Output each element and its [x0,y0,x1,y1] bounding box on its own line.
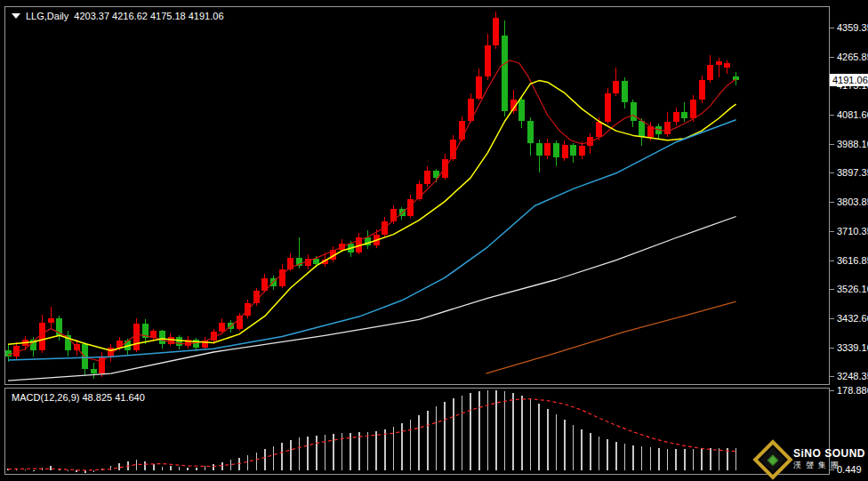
price-axis-label: 3248.35 [837,371,868,381]
candlestick-chart[interactable] [5,7,828,383]
macd-histogram-bar [693,449,695,470]
macd-histogram-bar [547,409,549,469]
candle-body [631,102,637,121]
macd-histogram-bar [462,396,463,470]
candle-body [313,259,319,264]
macd-histogram-bar [213,464,214,470]
candle-body [553,143,559,157]
candle-body [502,36,508,111]
candle-body [176,337,182,346]
candle-body [596,122,602,138]
macd-histogram-bar [590,433,591,469]
macd-histogram-bar [153,464,155,470]
macd-histogram-bar [641,446,643,469]
candle-body [459,121,465,140]
macd-histogram-bar [333,434,334,469]
macd-histogram-bar [401,423,403,469]
macd-histogram-bar [556,414,558,469]
axis-tick [830,261,834,261]
macd-histogram-bar [504,391,506,470]
axis-tick [830,57,834,58]
candle-body [579,146,585,156]
macd-histogram-bar [264,449,266,470]
price-axis-label: 3526.10 [837,284,868,294]
macd-histogram-bar [521,396,523,469]
macd-histogram-bar [675,449,677,470]
candle-body [424,171,430,184]
macd-histogram-bar [470,393,471,470]
price-axis-label: 3897.35 [837,167,868,178]
candle-body [527,121,534,143]
symbol-header: LLG,Daily 4203.37 4216.62 4175.18 4191.0… [12,11,224,21]
macd-histogram-bar [538,404,540,469]
candle-body [117,341,123,348]
price-axis-label: 4265.85 [837,52,868,62]
macd-header: MACD(12,26,9) 48.825 41.640 [12,392,145,403]
macd-histogram-bar [375,431,377,469]
macd-axis-label: 178.886 [837,385,868,396]
candle-body [605,93,611,122]
axis-tick [830,231,834,232]
macd-histogram-bar [418,415,420,469]
macd-histogram-bar [50,466,52,470]
price-axis-label: 4081.60 [837,109,868,120]
macd-histogram-bar [512,393,514,470]
macd-histogram-bar [478,391,480,470]
candle-body [476,76,482,99]
price-axis-label: 3339.10 [837,342,868,353]
macd-histogram-bar [144,461,146,470]
macd-histogram-bar [93,470,95,472]
price-axis-label: 3988.10 [837,139,868,149]
macd-histogram-bar [179,467,181,470]
candle-body [536,143,542,156]
macd-histogram-bar [230,460,232,470]
candle-body [544,143,551,156]
watermark-subtitle: 漢聲集團 [793,461,865,470]
macd-histogram-bar [735,448,737,470]
candle-body [570,145,576,156]
macd-histogram-bar [667,449,669,470]
macd-histogram-bar [599,437,600,469]
axis-tick [830,289,834,290]
macd-histogram-bar [290,440,292,470]
macd-histogram-bar [650,447,652,469]
price-axis-label: 3432.60 [837,313,868,324]
candle-body [613,81,619,93]
symbol-timeframe-label: LLG,Daily [26,11,68,21]
candle-body [699,80,705,100]
candle-body [279,269,285,286]
macd-signal-line [8,399,736,470]
chevron-down-icon[interactable] [12,13,20,19]
macd-histogram-bar [530,399,532,469]
macd-histogram-bar [573,425,575,469]
macd-label: MACD(12,26,9) 48.825 41.640 [12,392,145,403]
price-axis-label: 3710.35 [837,226,868,236]
watermark-title: SiNO SOUND [793,449,865,459]
macd-histogram-bar [118,463,120,470]
candle-body [562,145,568,158]
symbol-ohlc-values: 4203.37 4216.62 4175.18 4191.06 [74,11,223,21]
candle-body [622,81,628,103]
macd-histogram-bar [658,448,660,469]
candle-body [237,316,243,328]
macd-histogram-bar [350,433,351,470]
axis-tick [830,28,834,28]
axis-tick [830,318,834,319]
candle-body [716,61,722,65]
macd-histogram-bar [581,429,583,469]
macd-histogram-bar [299,437,301,469]
candle-body [673,112,679,122]
axis-tick [830,376,834,377]
macd-histogram-bar [384,429,386,469]
candle-body [39,323,45,351]
macd-histogram-bar [33,470,35,471]
candle-body [518,100,525,121]
ma-slowest-orange [486,301,735,373]
candle-body [664,122,671,134]
macd-histogram-bar [564,420,566,469]
macd-histogram-bar [307,437,309,469]
macd-histogram-bar [727,448,728,469]
macd-histogram-bar [170,466,172,470]
ma-fast-red [8,60,736,362]
macd-indicator-panel: MACD(12,26,9) 48.825 41.640 [4,388,830,475]
